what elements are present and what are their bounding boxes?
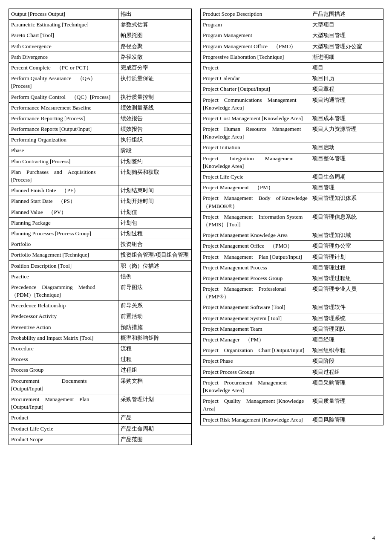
term-en: Program Management: [201, 30, 310, 41]
term-en: Product Scope Description: [201, 9, 310, 20]
term-en: Planning Package: [9, 217, 118, 228]
term-en: Probability and Impact Matrix [Tool]: [9, 332, 118, 343]
term-en: Plan Contracting [Process]: [9, 156, 118, 167]
table-row: Project Management System [Tool]项目管理系统: [201, 313, 383, 324]
term-zh: 项目组织章程: [310, 345, 383, 356]
term-zh: 项目管理系统: [310, 313, 383, 324]
term-en: Project Cost Management [Knowledge Area]: [201, 113, 310, 124]
table-row: Project Risk Management [Knowledge Area]…: [201, 414, 383, 425]
term-en: Project Management System [Tool]: [201, 313, 310, 324]
table-row: Planning Processes [Process Group]计划过程: [9, 228, 192, 239]
term-zh: 渐进明细: [310, 52, 383, 62]
term-zh: 项目管理知识体系: [310, 193, 383, 211]
page-wrapper: Output [Process Output]输出Parametric Esti…: [9, 9, 383, 546]
table-row: Project Calendar项目日历: [201, 73, 383, 84]
term-zh: 执行组织: [118, 135, 192, 145]
table-row: Project项目: [201, 62, 383, 73]
term-en: Project Organization Chart [Output/Input…: [201, 345, 310, 356]
table-row: Project Management Process Group项目管理过程组: [201, 273, 383, 283]
table-row: Project Management Software [Tool]项目管理软件: [201, 302, 383, 313]
term-en: Project Management Process Group: [201, 273, 310, 283]
table-row: Progressive Elaboration [Technique]渐进明细: [201, 52, 383, 62]
term-en: Perform Quality Control （QC）[Process]: [9, 92, 118, 102]
table-row: Project Phase项目阶段: [201, 356, 383, 367]
term-en: Project Management Team: [201, 324, 310, 334]
term-zh: 项目管理过程: [310, 262, 383, 273]
term-zh: 预防措施: [118, 322, 192, 332]
term-en: Portfolio Management [Technique]: [9, 250, 118, 260]
term-zh: 前导关系: [118, 301, 192, 311]
term-en: Performance Measurement Baseline: [9, 102, 118, 113]
term-zh: 计划过程: [118, 228, 192, 239]
table-row: Plan Contracting [Process]计划签约: [9, 156, 192, 167]
term-en: Planned Finish Date （PF）: [9, 185, 118, 196]
term-zh: 流程: [118, 344, 192, 354]
term-zh: 路径发散: [118, 52, 192, 62]
term-zh: 执行质量控制: [118, 92, 192, 102]
table-row: Planned Start Date （PS）计划开始时间: [9, 196, 192, 207]
term-en: Output [Process Output]: [9, 9, 118, 20]
table-row: Project Procurement Management [Knowledg…: [201, 377, 383, 396]
term-en: Project Management Software [Tool]: [201, 302, 310, 313]
table-row: Project Manager （PM）项目经理: [201, 335, 383, 345]
table-row: Portfolio Management [Technique]投资组合管理/项…: [9, 250, 192, 260]
term-zh: 完成百分率: [118, 62, 192, 73]
left-table-section: Output [Process Output]输出Parametric Esti…: [9, 9, 192, 445]
term-en: Parametric Estimating [Technique]: [9, 20, 118, 30]
term-en: Performance Reports [Output/Input]: [9, 124, 118, 135]
term-en: Project Procurement Management [Knowledg…: [201, 377, 310, 396]
table-row: Performing Organization执行组织: [9, 135, 192, 145]
table-row: Percent Complete （PC or PCT）完成百分率: [9, 62, 192, 73]
table-row: Perform Quality Assurance （QA）[Process]执…: [9, 73, 192, 92]
term-en: Process: [9, 354, 118, 365]
term-en: Planned Start Date （PS）: [9, 196, 118, 207]
term-en: Phase: [9, 145, 118, 156]
term-en: Precedence Diagramming Method （PDM）[Tech…: [9, 282, 118, 300]
term-zh: 计划结束时间: [118, 185, 192, 196]
term-zh: 项目管理信息系统: [310, 211, 383, 230]
term-en: Procurement Documents [Output/Input]: [9, 376, 118, 394]
term-en: Planning Processes [Process Group]: [9, 228, 118, 239]
term-zh: 项目启动: [310, 142, 383, 153]
table-row: Predecessor Activity前置活动: [9, 311, 192, 322]
table-row: Project Charter [Output/Input]项目章程: [201, 84, 383, 95]
term-en: Percent Complete （PC or PCT）: [9, 62, 118, 73]
table-row: Plan Purchases and Acquisitions [Process…: [9, 167, 192, 185]
term-zh: 帕累托图: [118, 30, 192, 41]
table-row: Project Cost Management [Knowledge Area]…: [201, 113, 383, 124]
term-zh: 惯例: [118, 271, 192, 282]
right-table: Product Scope Description产品范围描述Program大型…: [200, 9, 383, 425]
table-row: Pareto Chart [Tool]帕累托图: [9, 30, 192, 41]
term-zh: 计划开始时间: [118, 196, 192, 207]
table-row: Process过程: [9, 354, 192, 365]
table-row: Probability and Impact Matrix [Tool]概率和影…: [9, 332, 192, 343]
term-en: Performance Reporting [Process]: [9, 113, 118, 124]
term-zh: 绩效测量基线: [118, 102, 192, 113]
term-zh: 项目日历: [310, 73, 383, 84]
table-row: Product Life Cycle产品生命周期: [9, 423, 192, 434]
term-en: Path Divergence: [9, 52, 118, 62]
table-row: Project Management Professional （PMP®）项目…: [201, 284, 383, 302]
term-en: Project Management Information System （P…: [201, 211, 310, 230]
term-en: Project Management Professional （PMP®）: [201, 284, 310, 302]
term-zh: 产品范围: [118, 434, 192, 445]
term-en: Project Management （PM）: [201, 182, 310, 193]
term-zh: 项目采购管理: [310, 377, 383, 396]
table-row: Project Management Information System （P…: [201, 211, 383, 230]
term-en: Preventive Action: [9, 322, 118, 332]
term-en: Pareto Chart [Tool]: [9, 30, 118, 41]
term-en: Project Life Cycle: [201, 172, 310, 182]
term-zh: 前置活动: [118, 311, 192, 322]
term-zh: 大型项目: [310, 20, 383, 30]
table-row: Project Initiation项目启动: [201, 142, 383, 153]
term-zh: 绩效报告: [118, 124, 192, 135]
table-row: Procurement Documents [Output/Input]采购文档: [9, 376, 192, 394]
term-en: Portfolio: [9, 239, 118, 250]
term-zh: 绩效报告: [118, 113, 192, 124]
table-row: Precedence Relationship前导关系: [9, 301, 192, 311]
table-row: Phase阶段: [9, 145, 192, 156]
term-en: Path Convergence: [9, 41, 118, 52]
term-en: Planned Value （PV）: [9, 207, 118, 217]
term-zh: 采购管理计划: [118, 394, 192, 412]
table-row: Project Communications Management [Knowl…: [201, 95, 383, 113]
